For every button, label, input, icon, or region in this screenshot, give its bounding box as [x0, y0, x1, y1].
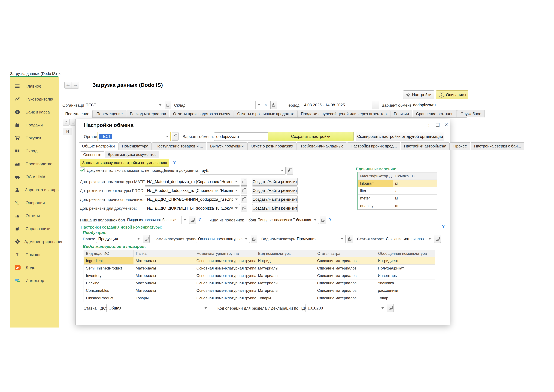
sidebar-item-bank-i-kassa[interactable]: Р Банк и касса: [10, 105, 59, 119]
dialog-tab-otchet-rozn[interactable]: Отчет о розн.продажах: [247, 142, 296, 150]
table-cell[interactable]: Материалы: [133, 280, 194, 287]
period-input[interactable]: 14.08.2025 - 14.08.2025: [300, 101, 371, 109]
copy-settings-button[interactable]: Скопировать настройки от другой организа…: [356, 132, 444, 141]
sidebar-item-sklad[interactable]: Склад: [10, 145, 59, 157]
dialog-tab-obschie[interactable]: Общие настройки: [79, 142, 118, 150]
table-row-semifinished[interactable]: SemiFinishedProduct Материалы Основная н…: [84, 265, 435, 272]
table-cell[interactable]: Упаковка: [376, 280, 435, 287]
attr-product-create-button[interactable]: Создать/Найти реквизит: [252, 187, 298, 194]
pizza-half-combo[interactable]: Пицца из половинок большая: [125, 216, 188, 224]
units-cell[interactable]: м: [393, 195, 437, 202]
subtab-vremya-zagruzki[interactable]: Время загрузки документов: [105, 151, 159, 158]
units-row-meter[interactable]: meter м: [358, 195, 437, 202]
vat-combo[interactable]: Общая: [106, 304, 209, 312]
dropdown-icon[interactable]: [135, 235, 142, 243]
table-cell[interactable]: Ингридиент: [376, 257, 435, 265]
attr-material-combo[interactable]: ИД_Material_dodopizza_ru (Справочник "Но…: [145, 178, 240, 186]
dropdown-icon[interactable]: [279, 167, 285, 174]
currency-combo[interactable]: руб.: [200, 167, 286, 175]
table-cell[interactable]: Consumables: [84, 287, 133, 294]
sidebar-item-rukovoditelyu[interactable]: Руководителю: [10, 93, 59, 105]
dropdown-icon[interactable]: [243, 235, 249, 243]
units-cell[interactable]: kilogram: [358, 180, 393, 187]
units-cell[interactable]: шт: [393, 202, 437, 210]
dialog-tab-avtoobmen[interactable]: Настройки автообмена: [401, 142, 450, 150]
clear-icon[interactable]: ×: [262, 101, 269, 109]
sidebar-item-spravochniki[interactable]: Справочники: [10, 222, 59, 235]
dropdown-icon[interactable]: [312, 216, 319, 224]
dialog-close-icon[interactable]: ×: [444, 122, 448, 127]
dialog-tab-trebovaniya[interactable]: Требования-накладные: [297, 142, 347, 150]
cost-combo[interactable]: Списание материалов: [384, 235, 433, 243]
table-cell[interactable]: Материалы: [256, 287, 315, 294]
attr-docs-open-button[interactable]: [241, 204, 247, 212]
units-row-quantity[interactable]: quantity шт: [358, 202, 437, 210]
app-tab-close-icon[interactable]: ×: [58, 71, 61, 76]
fill-defaults-button[interactable]: Заполнить сразу все настройки по умолчан…: [80, 159, 169, 167]
attr-material-create-button[interactable]: Создать/Найти реквизит: [252, 178, 298, 186]
attr-refs-combo[interactable]: ИД_ДОДО_СПРАВОЧНИКИ_dodopizza_ru (Справо…: [145, 195, 240, 203]
org-open-button[interactable]: [165, 101, 171, 109]
op-code-open-button[interactable]: [387, 304, 394, 312]
exchange-variant-input[interactable]: dodopizza/ru: [411, 101, 468, 109]
subtab-osnovnye[interactable]: Основные: [80, 151, 104, 158]
settings-button[interactable]: Настройки: [403, 91, 434, 99]
pizza-half-open-button[interactable]: [189, 216, 196, 224]
tab-sravnenie-ostatkov[interactable]: Сравнение остатков: [413, 110, 457, 118]
table-cell[interactable]: Материалы: [133, 272, 194, 279]
dropdown-icon[interactable]: [181, 216, 188, 224]
help-mark[interactable]: ?: [329, 217, 332, 222]
table-cell[interactable]: Материалы: [256, 280, 315, 287]
attr-refs-create-button[interactable]: Создать/Найти реквизит: [252, 195, 298, 203]
group-combo[interactable]: Основная номенклатурная груп: [196, 235, 250, 243]
sidebar-item-glavnoe[interactable]: Главное: [10, 80, 59, 93]
table-cell[interactable]: Основная номенклатурная группа: [194, 287, 256, 294]
table-cell[interactable]: Ингрид: [256, 257, 315, 265]
units-row-kilogram[interactable]: kilogram кг: [358, 180, 437, 187]
currency-open-button[interactable]: [287, 167, 293, 175]
tab-postuplenie[interactable]: Поступление: [62, 110, 93, 118]
sidebar-item-otchety[interactable]: Отчеты: [10, 209, 59, 222]
units-cell[interactable]: meter: [358, 195, 393, 202]
toolbar-button-1[interactable]: [63, 119, 69, 126]
pizza-half-t-combo[interactable]: Пицца из половинок Т большая: [256, 216, 319, 224]
sidebar-item-os-i-nma[interactable]: ОС и НМА: [10, 170, 59, 183]
attr-docs-combo[interactable]: ИД_ДОДО_ДОКУМЕНТЫ_dodopizza_ru (Документ…: [145, 204, 240, 212]
table-cell[interactable]: Основная номенклатурная группа: [194, 280, 256, 287]
kind-open-button[interactable]: [346, 235, 353, 243]
attr-material-open-button[interactable]: [241, 178, 247, 186]
table-row-packing[interactable]: Packing Материалы Основная номенклатурна…: [84, 280, 435, 287]
table-cell[interactable]: Основная номенклатурная группа: [194, 272, 256, 279]
table-cell[interactable]: Списание материалов: [315, 294, 376, 302]
sidebar-item-pokupki[interactable]: Покупки: [10, 132, 59, 145]
table-cell[interactable]: Packing: [84, 280, 133, 287]
dialog-menu-icon[interactable]: ⋮: [427, 122, 431, 127]
dialog-maximize-icon[interactable]: □: [435, 122, 440, 127]
dropdown-icon[interactable]: [233, 187, 240, 194]
period-more-button[interactable]: ...: [372, 101, 379, 109]
table-cell[interactable]: Товары: [256, 294, 315, 302]
dialog-org-open-button[interactable]: [172, 132, 179, 140]
sidebar-item-pomosch[interactable]: ? Помощь: [10, 248, 59, 261]
save-settings-button[interactable]: Сохранить настройки: [268, 132, 353, 141]
cost-open-button[interactable]: [434, 235, 441, 243]
dropdown-icon[interactable]: [426, 235, 433, 243]
units-cell[interactable]: quantity: [358, 202, 393, 210]
units-cell[interactable]: л: [393, 187, 437, 194]
dropdown-icon[interactable]: [233, 178, 240, 185]
dropdown-icon[interactable]: [339, 235, 346, 243]
table-cell[interactable]: Материалы: [133, 257, 194, 265]
sidebar-item-dodo[interactable]: Додо: [10, 261, 59, 274]
tab-peremeschenie[interactable]: Перемещение: [93, 110, 126, 118]
dropdown-icon[interactable]: [157, 101, 164, 109]
table-cell[interactable]: Основная номенклатурная группа: [194, 294, 256, 302]
group-open-button[interactable]: [251, 235, 257, 243]
folder-combo[interactable]: Продукция: [96, 235, 142, 243]
dialog-tab-prochee[interactable]: Прочее: [450, 142, 470, 150]
table-cell[interactable]: SemiFinishedProduct: [84, 265, 133, 272]
warehouse-open-button[interactable]: [270, 101, 277, 109]
table-cell[interactable]: Инвентарь: [376, 272, 435, 279]
table-cell[interactable]: Полуфабрикат: [376, 265, 435, 272]
dialog-org-combo[interactable]: ТЕСТ: [97, 132, 171, 141]
sidebar-item-administrirovanie[interactable]: Администрирование: [10, 235, 59, 248]
